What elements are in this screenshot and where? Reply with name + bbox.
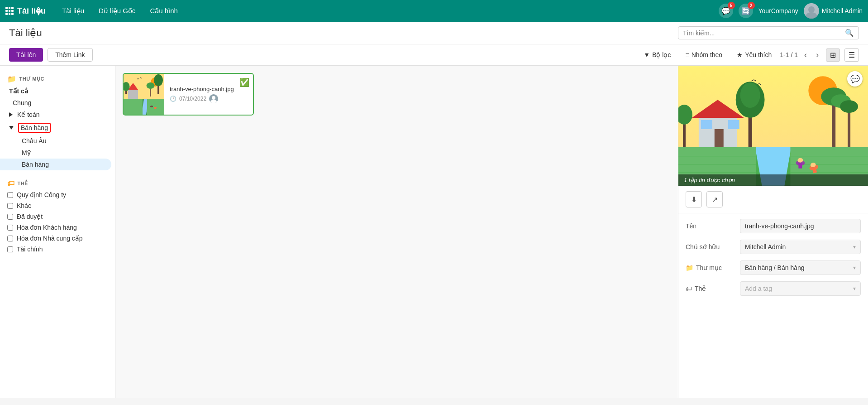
sidebar-item-chung[interactable]: Chung — [0, 97, 115, 109]
tag-section-title: 🏷 THẺ — [0, 176, 115, 189]
tag-hoa-don-kh[interactable]: Hóa đơn Khách hàng — [0, 222, 115, 233]
folder-section-label: THƯ MỤC — [19, 76, 44, 82]
group-button[interactable]: ≡ Nhóm theo — [682, 49, 726, 61]
svg-point-39 — [740, 82, 760, 108]
grid-icon — [5, 7, 14, 15]
pager: 1-1 / 1 ‹ › — [780, 49, 821, 61]
tag-tai-chinh-label: Tài chính — [17, 246, 43, 253]
svg-point-0 — [808, 6, 815, 13]
svg-point-48 — [797, 158, 803, 163]
tag-icon-small: 🏷 — [686, 285, 692, 292]
tag-da-duyet-checkbox[interactable] — [7, 214, 13, 220]
tag-tai-chinh[interactable]: Tài chính — [0, 244, 115, 255]
download-button[interactable]: ⬇ — [686, 191, 702, 207]
folder-icon-small: 📁 — [686, 264, 693, 271]
comment-button[interactable]: 💬 — [847, 71, 863, 87]
folder-value: Bán hàng / Bán hàng — [745, 264, 805, 271]
field-value-name[interactable]: tranh-ve-phong-canh.jpg — [740, 219, 861, 233]
favorite-button[interactable]: ★ Yêu thích — [733, 49, 775, 61]
sidebar-item-ban-hang-parent[interactable]: Bán hàng — [0, 121, 115, 135]
tag-quy-dinh-checkbox[interactable] — [7, 192, 13, 198]
svg-rect-36 — [728, 120, 739, 129]
tag-label: Thẻ — [695, 285, 706, 292]
tag-section-label: THẺ — [18, 181, 28, 187]
user-menu[interactable]: Mitchell Admin — [804, 3, 863, 19]
tag-khac-label: Khác — [17, 202, 31, 209]
page-title: Tài liệu — [9, 27, 42, 39]
tag-tai-chinh-checkbox[interactable] — [7, 246, 13, 252]
filter-group: ▼ Bộ lọc ≡ Nhóm theo ★ Yêu thích — [640, 49, 775, 61]
tag-quy-dinh-label: Quy định Công ty — [17, 191, 66, 198]
svg-point-44 — [840, 100, 858, 113]
svg-point-15 — [147, 82, 155, 89]
file-card[interactable]: tranh-ve-phong-canh.jpg 🕐 07/10/2022 ✅ — [123, 73, 254, 116]
svg-point-16 — [150, 106, 153, 107]
grid-view-button[interactable]: ⊞ — [826, 48, 840, 62]
search-input[interactable] — [683, 29, 845, 37]
filter-button[interactable]: ▼ Bộ lọc — [640, 49, 674, 61]
tag-khac-checkbox[interactable] — [7, 203, 13, 209]
main-layout: 📁 THƯ MỤC Tất cả Chung Kế toán Bán hàng … — [0, 66, 868, 398]
sidebar-item-all[interactable]: Tất cả — [0, 85, 115, 97]
upload-button[interactable]: Tải lên — [9, 48, 43, 62]
page-toolbar: Tài liệu 🔍 — [0, 22, 868, 44]
chung-label: Chung — [13, 99, 31, 106]
tag-hoa-don-ncc[interactable]: Hóa đơn Nhà cung cấp — [0, 233, 115, 244]
tag-da-duyet[interactable]: Đã duyệt — [0, 211, 115, 222]
svg-rect-49 — [798, 163, 802, 169]
owner-value: Mitchell Admin — [745, 243, 786, 251]
tag-quy-dinh[interactable]: Quy định Công ty — [0, 189, 115, 200]
nav-tai-lieu[interactable]: Tài liệu — [55, 0, 91, 22]
panel-actions: ⬇ ↗ — [678, 186, 868, 213]
sidebar-item-chau-au[interactable]: Châu Âu — [0, 135, 115, 147]
field-value-owner[interactable]: Mitchell Admin ▾ — [740, 240, 861, 254]
notifications-count: 5 — [728, 2, 735, 9]
right-panel: 💬 1 tập tin được chọn ⬇ ↗ Tên tranh-ve-p… — [678, 66, 868, 398]
top-navigation: Tài liệu Tài liệu Dữ liệu Gốc Cấu hình 💬… — [0, 0, 868, 22]
all-folders-label: Tất cả — [9, 87, 29, 95]
app-logo[interactable]: Tài liệu — [5, 6, 46, 16]
field-value-folder[interactable]: Bán hàng / Bán hàng ▾ — [740, 260, 861, 275]
field-label-owner: Chủ sở hữu — [686, 243, 735, 251]
owner-dropdown-icon: ▾ — [853, 244, 856, 250]
svg-point-1 — [806, 12, 817, 19]
field-row-name: Tên tranh-ve-phong-canh.jpg — [686, 219, 861, 233]
svg-point-18 — [212, 96, 215, 100]
add-link-button[interactable]: Thêm Link — [48, 48, 92, 62]
sidebar-item-ban-hang-child[interactable]: Bán hàng — [0, 159, 111, 170]
search-icon[interactable]: 🔍 — [845, 29, 854, 37]
field-value-tag[interactable]: Add a tag ▾ — [740, 281, 861, 296]
pager-next[interactable]: › — [813, 49, 821, 61]
svg-rect-43 — [848, 111, 850, 147]
share-button[interactable]: ↗ — [706, 191, 723, 207]
name-value: tranh-ve-phong-canh.jpg — [745, 222, 814, 230]
download-icon: ⬇ — [691, 195, 697, 204]
pager-prev[interactable]: ‹ — [801, 49, 810, 61]
sidebar-item-my[interactable]: Mỹ — [0, 147, 115, 159]
expand-ke-toan-icon — [9, 112, 13, 117]
tag-khac[interactable]: Khác — [0, 200, 115, 211]
field-label-tag: 🏷 Thẻ — [686, 285, 735, 292]
sidebar-item-ke-toan[interactable]: Kế toán — [0, 109, 115, 121]
tag-hoa-don-ncc-checkbox[interactable] — [7, 236, 13, 241]
app-title: Tài liệu — [17, 6, 46, 16]
my-label: Mỹ — [22, 149, 31, 156]
search-bar[interactable]: 🔍 — [678, 26, 859, 39]
folder-section-title: 📁 THƯ MỤC — [0, 71, 115, 85]
svg-point-19 — [210, 100, 217, 103]
tag-hoa-don-kh-checkbox[interactable] — [7, 225, 13, 231]
top-nav-right: 💬 5 🔄 2 YourCompany Mitchell Admin — [719, 3, 863, 19]
filter-icon: ▼ — [644, 51, 650, 58]
folder-label: Thư mục — [696, 264, 722, 271]
company-name[interactable]: YourCompany — [758, 7, 798, 14]
notifications-button[interactable]: 💬 5 — [719, 4, 733, 18]
nav-cau-hinh[interactable]: Cấu hình — [143, 0, 185, 22]
updates-button[interactable]: 🔄 2 — [739, 4, 753, 18]
list-view-button[interactable]: ☰ — [844, 48, 859, 62]
preview-image-area: 💬 1 tập tin được chọn — [678, 66, 868, 186]
chau-au-label: Châu Âu — [22, 137, 46, 145]
favorite-label: Yêu thích — [745, 51, 772, 58]
nav-du-lieu-goc[interactable]: Dữ liệu Gốc — [91, 0, 143, 22]
field-row-owner: Chủ sở hữu Mitchell Admin ▾ — [686, 240, 861, 254]
name-field-label: Tên — [686, 222, 696, 230]
